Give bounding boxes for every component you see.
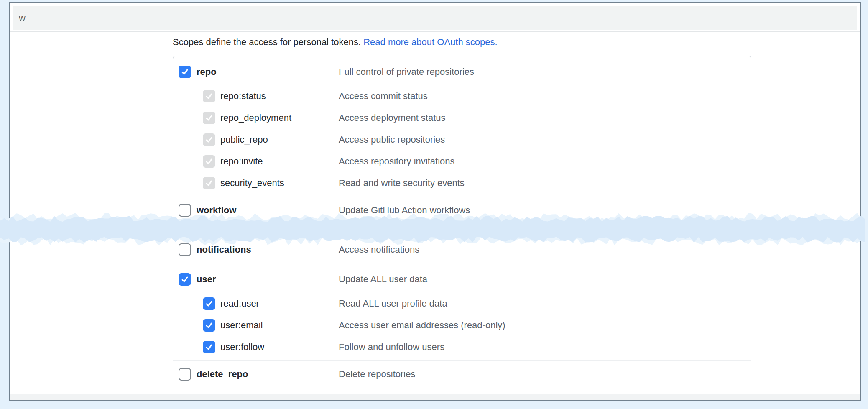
scope-name: repo_deployment [220, 112, 291, 123]
scope-description: Access repository invitations [339, 156, 455, 167]
scope-description: Follow and unfollow users [339, 342, 444, 353]
scope-row-repo-invite: repo:invite Access repository invitation… [173, 151, 751, 172]
scope-description: Update ALL user data [339, 274, 427, 285]
intro-text: Scopes define the access for personal to… [173, 37, 361, 47]
scope-row-security_events: security_events Read and write security … [173, 172, 751, 194]
checkmark-icon [205, 157, 213, 166]
scope-checkbox-workflow[interactable] [179, 204, 191, 217]
scope-name: read:user [220, 298, 259, 309]
checkmark-icon [205, 114, 213, 122]
scope-row-public_repo: public_repo Access public repositories [173, 129, 751, 151]
scope-description: Access commit status [339, 91, 428, 102]
checkmark-icon [205, 299, 213, 308]
scope-checkbox-user-follow[interactable] [203, 341, 215, 353]
scope-name: user:follow [220, 342, 264, 353]
checkmark-icon [205, 179, 213, 187]
scope-name: notifications [197, 244, 251, 255]
scope-description: Read and write security events [339, 178, 465, 189]
scope-name: repo:status [220, 91, 266, 102]
scope-name: user [197, 274, 216, 285]
oauth-scopes-link[interactable]: Read more about OAuth scopes. [363, 37, 497, 47]
scope-row-delete_repo: delete_repo Delete repositories [173, 361, 751, 388]
screenshot-frame: w Scopes define the access for personal … [9, 2, 861, 401]
scope-description: Delete repositories [339, 369, 415, 380]
scope-description: Full control of private repositories [339, 66, 474, 77]
browser-header-bar: w [13, 6, 857, 30]
checkmark-icon [205, 135, 213, 144]
scope-name: repo:invite [220, 156, 263, 167]
scope-row-repo_deployment: repo_deployment Access deployment status [173, 107, 751, 129]
scope-checkbox-repo[interactable] [179, 66, 191, 78]
scope-checkbox-repo-invite [203, 155, 215, 168]
bottom-edge-strip [10, 394, 860, 400]
scope-checkbox-user-email[interactable] [203, 319, 215, 332]
scope-checkbox-security_events [203, 177, 215, 189]
scope-description: Access user email addresses (read-only) [339, 320, 505, 331]
scope-name: public_repo [220, 134, 268, 145]
scope-checkbox-notifications[interactable] [179, 243, 191, 256]
scope-description: Access notifications [339, 244, 419, 255]
scope-row-user-follow: user:follow Follow and unfollow users [173, 336, 751, 358]
scope-checkbox-repo-status [203, 90, 215, 102]
header-divider [10, 31, 860, 32]
scope-description: Read ALL user profile data [339, 298, 447, 309]
scope-checkbox-read-user[interactable] [203, 297, 215, 310]
scope-row-user-email: user:email Access user email addresses (… [173, 314, 751, 336]
scope-name: workflow [197, 205, 236, 216]
scope-row-read-user: read:user Read ALL user profile data [173, 293, 751, 314]
scope-name: delete_repo [197, 369, 248, 380]
scope-row-workflow: workflow Update GitHub Action workflows [173, 197, 751, 224]
scope-checkbox-delete_repo[interactable] [179, 368, 191, 381]
scope-row-repo-status: repo:status Access commit status [173, 85, 751, 107]
checkmark-icon [181, 275, 189, 284]
scopes-intro: Scopes define the access for personal to… [173, 37, 498, 48]
scope-name: repo [197, 66, 217, 77]
checkmark-icon [205, 343, 213, 351]
checkmark-icon [205, 92, 213, 100]
row-separator [173, 390, 751, 390]
checkmark-icon [181, 68, 189, 76]
header-text: w [19, 13, 26, 23]
scope-name: user:email [220, 320, 263, 331]
scopes-list: repo Full control of private repositorie… [173, 56, 751, 394]
torn-gap [173, 224, 751, 236]
scope-checkbox-user[interactable] [179, 273, 191, 286]
scope-row-notifications: notifications Access notifications [173, 236, 751, 263]
scope-name: security_events [220, 178, 284, 189]
frame-content: w Scopes define the access for personal … [10, 3, 860, 400]
checkmark-icon [205, 321, 213, 330]
scope-checkbox-public_repo [203, 133, 215, 146]
scope-description: Update GitHub Action workflows [339, 205, 470, 216]
scope-row-user: user Update ALL user data [173, 266, 751, 293]
scope-description: Access deployment status [339, 112, 446, 123]
scope-description: Access public repositories [339, 134, 445, 145]
scope-row-repo: repo Full control of private repositorie… [173, 59, 751, 85]
scope-checkbox-repo_deployment [203, 112, 215, 124]
